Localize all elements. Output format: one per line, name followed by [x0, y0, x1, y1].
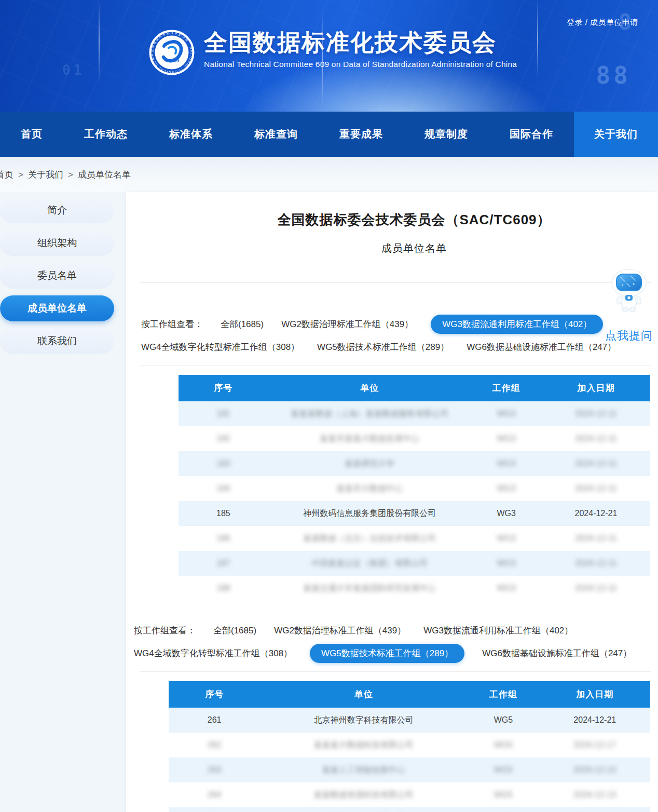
sidebar-item-member-units[interactable]: 成员单位名单 — [0, 295, 114, 321]
nav-item-rules[interactable]: 规章制度 — [404, 112, 489, 157]
cell-date: 2024-12-11 — [542, 426, 650, 451]
redacted-text: 2024-12-13 — [573, 790, 616, 799]
breadcrumb-item[interactable]: 首页 — [0, 170, 13, 180]
redacted-text: WG5 — [494, 790, 513, 799]
table-row: 181某某某数据（上海）某某数据服务有限公司WG32024-12-11 — [179, 401, 650, 426]
table-header-cell: 加入日期 — [540, 681, 650, 708]
filter-tab-wg[interactable]: WG4全域数字化转型标准工作组（308） — [134, 644, 292, 662]
cell-date: 2024-12-11 — [542, 476, 650, 501]
nav-item-query[interactable]: 标准查询 — [234, 112, 319, 157]
cell-date: 2024-12-11 — [542, 401, 650, 426]
table-row: 265某某数控科技有限公司WG52024-12-21 — [169, 807, 650, 812]
filter-tab-wg[interactable]: WG4全域数字化转型标准工作组（308） — [141, 338, 299, 356]
table-row: 264某某数据资源科技有限公司WG52024-12-13 — [169, 782, 650, 807]
redacted-text: 2024-12-11 — [575, 534, 617, 543]
nav-item-about[interactable]: 关于我们 — [574, 112, 658, 157]
filter-group-label: 按工作组查看： — [134, 625, 196, 637]
tc609-logo: 全国数据标准化技术委员会 · NATIONAL TECHNICAL COMMIT… — [149, 29, 195, 78]
nav-item-home[interactable]: 首页 — [0, 112, 63, 157]
cell-wg: WG3 — [471, 576, 542, 601]
redacted-text: WG3 — [497, 409, 516, 418]
cell-no: 188 — [179, 576, 268, 601]
table-row: 263某某人工智能创新中心WG52024-12-13 — [169, 757, 650, 782]
cell-wg: WG3 — [471, 551, 542, 576]
assistant-label[interactable]: 点我提问 — [602, 328, 656, 344]
filter-tab-wg[interactable]: WG2数据治理标准工作组（439） — [274, 621, 406, 640]
filter-tab-wg-all[interactable]: 全部(1685) — [213, 621, 256, 640]
cell-wg: WG5 — [467, 757, 539, 782]
table-header-cell: 单位 — [260, 681, 467, 708]
cell-unit: 某某数据资源科技有限公司 — [260, 782, 467, 807]
title-divider — [140, 282, 651, 283]
breadcrumb-item[interactable]: 关于我们 — [28, 170, 63, 180]
redacted-text: WG5 — [494, 765, 513, 774]
redacted-text: 2024-12-11 — [575, 459, 617, 468]
nav-item-news[interactable]: 工作动态 — [63, 112, 148, 157]
sidebar-item-intro[interactable]: 简介 — [0, 197, 114, 223]
nav-item-system[interactable]: 标准体系 — [148, 112, 234, 157]
filter-group-label: 按工作组查看： — [141, 318, 203, 330]
table-row: 188某某交通大学某某国际研究发展中心WG32024-12-11 — [179, 576, 650, 601]
sidebar-item-structure[interactable]: 组织架构 — [0, 230, 114, 256]
filter-tab-wg-all[interactable]: 全部(1685) — [221, 315, 264, 333]
site-banner: 8 88 01 登录 / 成员单位申请 全国数据标准化技术委员会 · NATIO… — [0, 0, 658, 112]
login-link[interactable]: 登录 / 成员单位申请 — [567, 18, 638, 28]
redacted-text: 2024-12-11 — [575, 434, 617, 443]
filter-tab-wg[interactable]: WG6数据基础设施标准工作组（247） — [482, 644, 632, 662]
cell-wg: WG5 — [467, 708, 539, 733]
redacted-text: 某某某数据（上海）某某数据服务有限公司 — [291, 409, 448, 418]
redacted-text: 某某人工智能创新中心 — [322, 765, 405, 774]
redacted-text: 2024-12-11 — [575, 559, 617, 567]
redacted-text: 2024-12-11 — [575, 584, 617, 592]
redacted-text: 187 — [216, 559, 230, 567]
cell-wg: WG3 — [471, 476, 542, 501]
page-subtitle: 成员单位名单 — [178, 241, 650, 255]
cell-no: 183 — [179, 451, 268, 476]
cell-text: WG5 — [494, 715, 513, 724]
redacted-text: WG3 — [497, 484, 516, 493]
banner-digits-decoration: 01 — [62, 62, 85, 78]
site-title: 全国数据标准化技术委员会 — [204, 29, 517, 56]
filter-tab-wg[interactable]: WG6数据基础设施标准工作组（247） — [467, 338, 616, 356]
nav-item-intl[interactable]: 国际合作 — [489, 112, 574, 157]
cell-wg: WG3 — [471, 451, 542, 476]
redacted-text: 某某交通大学某某国际研究发展中心 — [303, 584, 436, 592]
breadcrumb-separator: > — [18, 170, 23, 180]
redacted-text: 2024-12-11 — [575, 409, 617, 418]
filter-tab-wg[interactable]: WG5数据技术标准工作组（289） — [310, 644, 464, 663]
redacted-text: 262 — [208, 740, 222, 749]
redacted-text: WG3 — [497, 534, 516, 543]
cell-unit: 某某市大数据中心 — [268, 476, 471, 501]
sidebar-item-contact[interactable]: 联系我们 — [0, 328, 114, 354]
redacted-text: 188 — [216, 584, 230, 592]
redacted-text: 某某市大数据中心 — [336, 484, 403, 493]
assistant-widget[interactable]: 点我提问 — [602, 269, 656, 344]
breadcrumb-separator: > — [68, 170, 73, 180]
table-row: 182某某市某某大数据发展中心WG32024-12-11 — [179, 426, 650, 451]
breadcrumb-item: 成员单位名单 — [78, 170, 131, 180]
table-header-cell: 序号 — [169, 681, 260, 708]
cell-wg: WG3 — [471, 501, 542, 526]
filter-tab-wg[interactable]: WG3数据流通利用标准工作组（402） — [423, 621, 573, 640]
filter-tab-wg[interactable]: WG5数据技术标准工作组（289） — [317, 338, 449, 356]
cell-unit: 某某某数据（上海）某某数据服务有限公司 — [268, 401, 471, 426]
cell-no: 184 — [179, 476, 268, 501]
table-header-cell: 工作组 — [471, 375, 542, 401]
member-section-1: 按工作组查看：全部(1685)WG2数据治理标准工作组（439）WG3数据流通利… — [126, 314, 658, 601]
filter-tab-wg[interactable]: WG2数据治理标准工作组（439） — [281, 315, 413, 333]
cell-no: 186 — [179, 526, 268, 551]
cell-date: 2024-12-21 — [540, 807, 650, 812]
filter-row-2: WG4全域数字化转型标准工作组（308）WG5数据技术标准工作组（289）WG6… — [126, 643, 658, 663]
cell-no: 261 — [169, 708, 260, 733]
cell-wg: WG5 — [467, 782, 539, 807]
cell-unit: 某某交通大学某某国际研究发展中心 — [268, 576, 471, 601]
nav-item-results[interactable]: 重要成果 — [319, 112, 404, 157]
cell-wg: WG3 — [471, 526, 542, 551]
robot-mascot-icon[interactable] — [608, 305, 650, 314]
redacted-text: 263 — [208, 765, 222, 774]
cell-text: 2024-12-21 — [575, 509, 618, 518]
sidebar-item-members[interactable]: 委员名单 — [0, 263, 114, 289]
table-row: 261北京神州数字科技有限公司WG52024-12-21 — [169, 708, 650, 733]
table-row: 185神州数码信息服务集团股份有限公司WG32024-12-21 — [179, 501, 650, 526]
filter-tab-wg[interactable]: WG3数据流通利用标准工作组（402） — [431, 315, 603, 334]
